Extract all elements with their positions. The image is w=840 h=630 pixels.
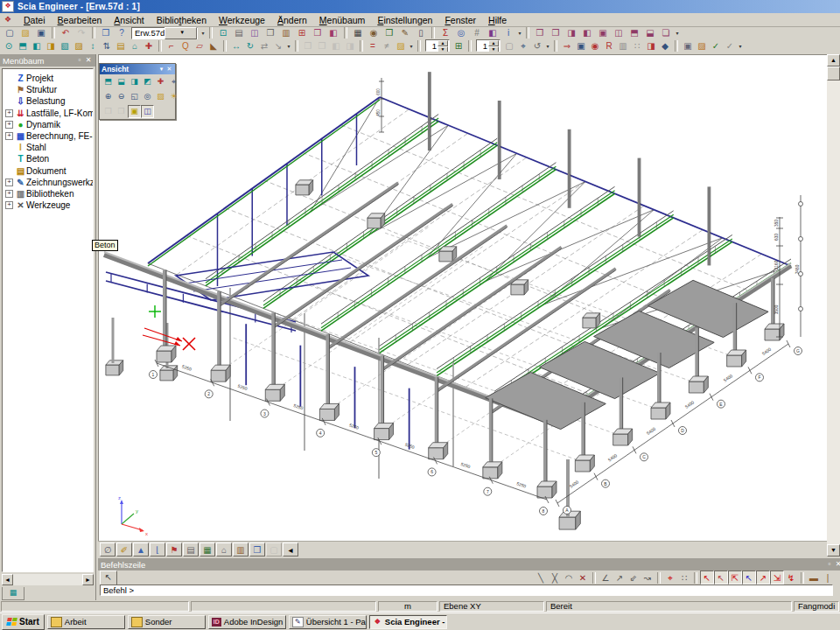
zoom-all-button[interactable]: ◎ xyxy=(141,90,154,103)
fast-adjust-button[interactable]: ◆ xyxy=(658,39,672,52)
sidebar-item-dynamik[interactable]: +●Dynamik xyxy=(5,119,93,130)
close-icon[interactable]: ✕ xyxy=(165,66,173,74)
viewport-vscrollbar[interactable]: ▲ ▼ xyxy=(827,54,840,556)
snap-midpoint-button[interactable]: ↖ xyxy=(714,570,728,584)
snap-delete-button[interactable]: ✕ xyxy=(576,570,590,584)
scroll-down-icon[interactable]: ▼ xyxy=(827,544,840,556)
label-display-button[interactable]: ◉ xyxy=(588,39,602,52)
node-button[interactable]: ⊙ xyxy=(2,39,16,52)
activate-button[interactable]: = xyxy=(366,39,380,52)
taskbar-button--bersicht-1-paint[interactable]: ✎Übersicht 1 - Paint xyxy=(289,615,367,629)
stretch-button[interactable]: ↘ xyxy=(271,39,285,52)
sidebar-item-dokument[interactable]: ▤Dokument xyxy=(5,165,93,177)
clipboard-picture-button[interactable]: ▤ xyxy=(183,542,199,556)
compose-table-button[interactable]: ❒ xyxy=(301,39,315,52)
arbitrary-beam-button[interactable]: Q xyxy=(178,39,192,52)
sidebar-item-zeichnungswerkzeuge[interactable]: +✎Zeichnungswerkzeuge xyxy=(5,177,93,188)
view-layout-9-button[interactable]: ❏ xyxy=(658,26,674,39)
snap-free-button[interactable]: ↝ xyxy=(640,570,654,584)
block-gallery-button[interactable]: ◨ xyxy=(343,39,357,52)
picture-gallery-button[interactable]: ❒ xyxy=(382,26,397,39)
print-picture-button[interactable]: ⚑ xyxy=(166,542,182,556)
document-button[interactable]: ▯ xyxy=(413,26,429,39)
sidebar-item-struktur[interactable]: ⚑Struktur xyxy=(5,84,93,95)
beam-button[interactable]: ⬒ xyxy=(16,39,30,52)
dot-grid-snap-button[interactable]: ∷ xyxy=(677,570,691,584)
close-icon[interactable]: ✕ xyxy=(84,56,93,65)
redraw-button[interactable]: ↺ xyxy=(530,39,544,52)
spin-up-icon[interactable]: ▲ xyxy=(438,40,448,46)
menu-ansicht[interactable]: Ansicht xyxy=(108,14,150,26)
new-document-button[interactable]: ▢ xyxy=(2,26,18,39)
sidebar-item-berechnung-fe-netz[interactable]: +▦Berechnung, FE-Netz xyxy=(5,130,93,142)
view-z-button[interactable]: ◨ xyxy=(128,75,141,88)
tree-expander-icon[interactable]: + xyxy=(5,121,13,129)
spin-down-icon[interactable]: ▼ xyxy=(438,46,448,52)
tree-expander-icon[interactable]: + xyxy=(5,109,13,117)
deactivate-button[interactable]: ≠ xyxy=(380,39,394,52)
snap-intersection-button[interactable]: ↗ xyxy=(756,570,770,584)
measure-button[interactable]: ▥ xyxy=(233,542,248,556)
project-info-button[interactable]: i xyxy=(500,26,516,39)
snap-dir-up-button[interactable]: ↗ xyxy=(612,570,626,584)
scroll-right-icon[interactable]: ► xyxy=(82,574,94,585)
view-layout-3-button[interactable]: ◨ xyxy=(564,26,579,39)
toolbar-more-icon[interactable]: ▾ xyxy=(737,43,744,49)
view-y-button[interactable]: ⬓ xyxy=(115,75,128,88)
hinge-button[interactable]: ↕ xyxy=(86,39,100,52)
shrink-members-button[interactable]: ∷ xyxy=(630,39,644,52)
opening-button[interactable]: ▨ xyxy=(72,39,86,52)
picture-button[interactable]: ◫ xyxy=(247,26,262,39)
fe-mesh-button[interactable]: # xyxy=(469,26,485,39)
save-screenshot-button[interactable]: ▣ xyxy=(681,39,695,52)
user-block-button[interactable]: ◧ xyxy=(329,39,343,52)
snap-node-button[interactable]: ↖ xyxy=(742,570,756,584)
mdi-document-icon[interactable]: ❖ xyxy=(2,15,14,25)
scroll-left-icon[interactable]: ◄ xyxy=(2,574,13,585)
scrollbar-thumb[interactable] xyxy=(827,66,840,80)
sidebar-tab[interactable]: ▦ xyxy=(2,587,24,600)
snap-cross-button[interactable]: ╳ xyxy=(548,570,562,584)
sidebar-item-beton[interactable]: TBeton xyxy=(5,153,93,164)
snap-dir-down-button[interactable]: ⇙ xyxy=(626,570,640,584)
sidebar-hscrollbar[interactable]: ◄ ► xyxy=(2,574,94,585)
view-point-set-button[interactable]: ▲ xyxy=(133,542,149,556)
block-library-button[interactable]: ▨ xyxy=(394,39,408,52)
print-button[interactable]: ▦ xyxy=(350,26,366,39)
palette-caption[interactable]: Ansicht ▾ ✕ xyxy=(100,64,175,74)
view-layout-8-button[interactable]: ⬓ xyxy=(642,26,658,39)
snap-grid-line-button[interactable]: | xyxy=(821,570,835,584)
cascade-windows-button[interactable]: ❒ xyxy=(310,26,326,39)
zoom-out-button[interactable]: ⊖ xyxy=(115,90,128,103)
numbering-button[interactable]: R xyxy=(602,39,616,52)
chevron-down-icon[interactable]: ▼ xyxy=(164,27,197,39)
menu-datei[interactable]: Datei xyxy=(18,14,52,26)
scale-up-button[interactable]: ▢ xyxy=(502,39,516,52)
copy-button[interactable]: ❐ xyxy=(262,26,278,39)
sidebar-item-lastf-lle-lf-kombinationen[interactable]: +⇊Lastfälle, LF-Kombinationen xyxy=(5,108,93,119)
stored-views-button[interactable]: ▨ xyxy=(154,90,167,103)
zoom-in-button[interactable]: ⊕ xyxy=(102,90,115,103)
paste-button[interactable]: ▥ xyxy=(278,26,294,39)
view-layout-4-button[interactable]: ◧ xyxy=(579,26,595,39)
menu-bearbeiten[interactable]: Bearbeiten xyxy=(52,14,108,26)
status-unit[interactable]: m xyxy=(378,601,438,612)
column-button[interactable]: ◧ xyxy=(30,39,44,52)
undo-button[interactable]: ↶ xyxy=(58,26,74,39)
rotate-button[interactable]: ↻ xyxy=(243,39,257,52)
tree-expander-icon[interactable]: + xyxy=(5,178,13,186)
value-spinner[interactable]: 1▲▼ xyxy=(476,39,500,52)
table-button[interactable]: ⊞ xyxy=(294,26,310,39)
pin-icon[interactable]: ▫ xyxy=(825,560,834,569)
load-display-button[interactable]: ⇒ xyxy=(560,39,574,52)
toolbar-more-icon[interactable]: ▾ xyxy=(516,30,523,36)
menu-ndern[interactable]: Ändern xyxy=(271,14,313,26)
snap-angle-button[interactable]: ∠ xyxy=(598,570,612,584)
zoom-window-button[interactable]: ◱ xyxy=(128,90,141,103)
save-project-button[interactable]: ▣ xyxy=(33,26,49,39)
view-layout-7-button[interactable]: ⬒ xyxy=(626,26,642,39)
menu-einstellungen[interactable]: Einstellungen xyxy=(371,14,438,26)
move-button[interactable]: ↔ xyxy=(229,39,243,52)
axonometric-button[interactable]: ◩ xyxy=(141,75,154,88)
menu-hilfe[interactable]: Hilfe xyxy=(482,14,513,26)
